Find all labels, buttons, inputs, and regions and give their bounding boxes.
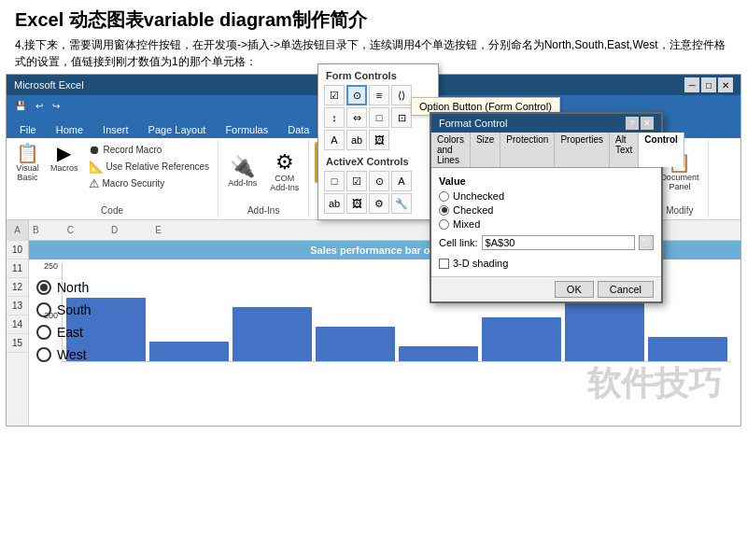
macros-button[interactable]: ▶ Macros: [47, 142, 82, 175]
fc-button-combo[interactable]: ⟨⟩: [391, 85, 412, 105]
form-controls-popup: Form Controls ☑ ⊙ ≡ ⟨⟩ ↕ ⇔ □ ⊡ A ab 🖼 Ac…: [317, 63, 439, 220]
tab-insert[interactable]: Insert: [93, 121, 138, 138]
maximize-button[interactable]: □: [701, 77, 716, 92]
fc-button-checkbox[interactable]: ☑: [324, 85, 345, 105]
macro-security-button[interactable]: ⚠ Macro Security: [86, 175, 213, 191]
dialog-tab-control[interactable]: Control: [639, 133, 684, 167]
ax-button-1[interactable]: □: [324, 171, 345, 191]
fc-button-group[interactable]: ⊡: [391, 107, 412, 128]
tab-data[interactable]: Data: [278, 121, 318, 138]
fc-button-textbox[interactable]: ab: [346, 130, 367, 150]
row-numbers: A 10 11 12 13 14 15: [7, 220, 29, 426]
com-addins-icon: ⚙: [275, 152, 294, 173]
dialog-tab-alttext[interactable]: Alt Text: [610, 133, 639, 167]
dialog-title: Format Control: [439, 118, 507, 129]
radio-east[interactable]: East: [36, 325, 92, 340]
ax-button-8[interactable]: 🔧: [391, 193, 412, 214]
dialog-cancel-button[interactable]: Cancel: [598, 281, 654, 298]
bar-4: [316, 327, 395, 361]
radio-unchecked-circle: [439, 191, 449, 202]
dialog-help-button[interactable]: ?: [626, 117, 639, 130]
dialog-tab-colors[interactable]: Colors and Lines: [431, 133, 471, 167]
cell-link-row: Cell link: ⬜: [439, 235, 654, 250]
bar-3: [233, 307, 312, 361]
activex-controls-label: ActiveX Controls: [322, 154, 434, 169]
row-10: 10: [7, 241, 28, 259]
dialog-tabs: Colors and Lines Size Protection Propert…: [431, 133, 661, 168]
dialog-close-button[interactable]: ✕: [641, 117, 654, 130]
row-13: 13: [7, 297, 28, 315]
dialog-tab-size[interactable]: Size: [471, 133, 500, 167]
fc-button-option[interactable]: ⊙: [346, 85, 367, 105]
value-label: Value: [439, 175, 654, 187]
dialog-ok-button[interactable]: OK: [555, 281, 594, 298]
visual-basic-button[interactable]: 📋 VisualBasic: [12, 142, 43, 184]
dialog-body: Value Unchecked Checked Mixed Cell link:…: [431, 168, 661, 276]
radio-checked-label: Checked: [453, 204, 493, 216]
radio-north[interactable]: North: [36, 280, 92, 295]
undo-qat-button[interactable]: ↩: [33, 100, 46, 112]
ax-button-6[interactable]: 🖼: [346, 193, 367, 214]
shading-checkbox-row[interactable]: 3-D shading: [439, 258, 654, 269]
bar-8: [648, 337, 727, 361]
com-addins-button[interactable]: ⚙ COMAdd-Ins: [266, 150, 303, 194]
cell-link-label: Cell link:: [439, 237, 478, 248]
fc-button-listbox[interactable]: ≡: [369, 85, 389, 105]
addins-group-label: Add-Ins: [218, 205, 308, 216]
dialog-titlebar: Format Control ? ✕: [431, 114, 661, 133]
form-controls-grid: ☑ ⊙ ≡ ⟨⟩ ↕ ⇔ □ ⊡ A ab 🖼: [322, 83, 434, 152]
watermark: 软件技巧: [587, 361, 722, 407]
cell-link-input[interactable]: [482, 235, 635, 250]
shading-checkbox[interactable]: [439, 259, 449, 269]
dialog-tab-properties[interactable]: Properties: [555, 133, 610, 167]
radio-unchecked[interactable]: Unchecked: [439, 190, 654, 202]
tab-page-layout[interactable]: Page Layout: [139, 121, 216, 138]
minimize-button[interactable]: ─: [684, 77, 699, 92]
ax-button-2[interactable]: ☑: [346, 171, 367, 191]
addins-group: 🔌 Add-Ins ⚙ COMAdd-Ins Add-Ins: [218, 140, 309, 217]
bar-2: [149, 342, 229, 361]
row-14: 14: [7, 315, 28, 334]
bar-6: [482, 317, 561, 361]
tab-home[interactable]: Home: [47, 121, 92, 138]
code-group-label: Code: [7, 205, 218, 216]
radio-east-circle: [36, 325, 51, 340]
ax-button-3[interactable]: ⊙: [369, 171, 389, 191]
radio-north-label: North: [57, 280, 89, 295]
code-group: 📋 VisualBasic ▶ Macros ⏺ Record Macro 📐: [7, 140, 218, 217]
shading-label: 3-D shading: [453, 258, 508, 269]
macros-icon: ▶: [57, 144, 71, 162]
radio-north-circle: [36, 280, 51, 295]
addins-button[interactable]: 🔌 Add-Ins: [224, 155, 261, 189]
radio-mixed[interactable]: Mixed: [439, 218, 654, 230]
close-button[interactable]: ✕: [718, 77, 733, 92]
redo-qat-button[interactable]: ↪: [49, 100, 63, 112]
ax-button-5[interactable]: ab: [324, 193, 345, 214]
relative-references-button[interactable]: 📐 Use Relative References: [86, 159, 213, 175]
save-qat-button[interactable]: 💾: [12, 100, 29, 112]
row-11: 11: [7, 259, 28, 278]
fc-button-spin[interactable]: ⇔: [346, 107, 367, 128]
page-title: Excel 动态图表variable diagram制作简介: [15, 7, 732, 33]
radio-west[interactable]: West: [36, 347, 92, 362]
fc-button-button[interactable]: □: [369, 107, 389, 128]
record-macro-button[interactable]: ⏺ Record Macro: [86, 142, 213, 158]
fc-button-scroll[interactable]: ↕: [324, 107, 345, 128]
activex-grid: □ ☑ ⊙ A ab 🖼 ⚙ 🔧: [322, 169, 434, 216]
tab-file[interactable]: File: [10, 121, 46, 138]
tooltip-text: Option Button (Form Control): [419, 101, 552, 112]
radio-checked[interactable]: Checked: [439, 204, 654, 216]
bar-5: [399, 346, 478, 361]
fc-button-label[interactable]: A: [324, 130, 345, 150]
radio-unchecked-label: Unchecked: [453, 190, 504, 202]
tab-formulas[interactable]: Formulas: [216, 121, 277, 138]
format-control-dialog: Format Control ? ✕ Colors and Lines Size…: [430, 112, 663, 303]
ax-button-7[interactable]: ⚙: [369, 193, 389, 214]
cell-link-picker-button[interactable]: ⬜: [639, 235, 654, 250]
radio-south[interactable]: South: [36, 302, 92, 317]
radio-checked-circle: [439, 205, 449, 216]
ax-button-4[interactable]: A: [391, 171, 412, 191]
radio-south-circle: [36, 302, 51, 317]
dialog-tab-protection[interactable]: Protection: [500, 133, 555, 167]
fc-button-image[interactable]: 🖼: [369, 130, 389, 150]
